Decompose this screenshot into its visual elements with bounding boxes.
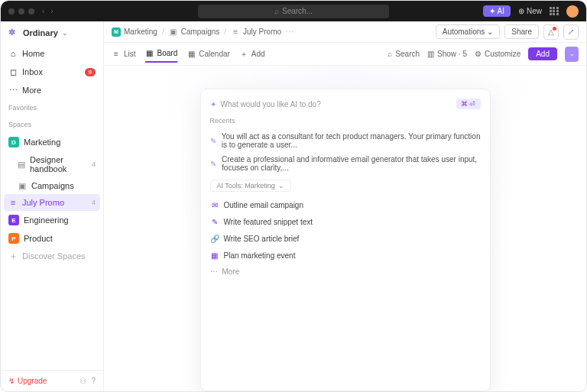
plus-icon: ＋: [8, 251, 18, 261]
gear-icon: ⚙: [475, 50, 482, 58]
chevron-down-icon: ⌄: [487, 28, 493, 36]
add-button[interactable]: Add: [528, 47, 557, 60]
action-show[interactable]: ▥Show · 5: [427, 47, 467, 61]
search-icon: ⌕: [388, 50, 392, 58]
board-icon: ▦: [145, 49, 154, 58]
pencil-icon: ✎: [210, 217, 219, 226]
favorites-label: Favorites: [1, 99, 103, 116]
folder-icon: ▣: [18, 181, 27, 190]
expand-button[interactable]: ⤢: [563, 24, 579, 40]
view-list[interactable]: ≡List: [112, 47, 136, 62]
more-icon: ⋯: [210, 267, 218, 276]
user-icon[interactable]: ⚇: [79, 377, 86, 385]
share-button[interactable]: Share: [504, 24, 539, 39]
list-icon: ≡: [112, 50, 121, 59]
breadcrumb-marketing[interactable]: MMarketing: [112, 28, 157, 37]
notification-button[interactable]: △: [543, 24, 559, 40]
chevron-down-icon: ⌄: [62, 29, 68, 37]
sparkle-icon: ✦: [489, 7, 495, 15]
inbox-badge: 9: [85, 68, 96, 76]
nav-home[interactable]: ⌂Home: [1, 44, 103, 63]
tool-snippet[interactable]: ✎Write featured snippet text: [210, 213, 481, 230]
more-icon[interactable]: ⋯: [286, 28, 294, 36]
more-tools[interactable]: ⋯More: [210, 264, 481, 280]
action-search[interactable]: ⌕Search: [388, 47, 420, 61]
window-controls[interactable]: [8, 8, 34, 15]
mail-icon: ✉: [210, 200, 219, 209]
cmd-badge: ⌘ ⏎: [456, 99, 481, 109]
view-board[interactable]: ▦Board: [145, 46, 178, 63]
space-engineering[interactable]: EEngineering: [1, 211, 103, 229]
help-icon[interactable]: ?: [91, 377, 96, 385]
space-product[interactable]: PProduct: [1, 229, 103, 248]
workspace-switcher[interactable]: ✲ Ordinary ⌄: [1, 21, 103, 44]
item-july-promo[interactable]: ≡July Promo4: [4, 194, 100, 211]
columns-icon: ▥: [427, 50, 434, 58]
recent-item[interactable]: ✎You will act as a consultant for tech p…: [210, 129, 481, 152]
home-icon: ⌂: [8, 49, 18, 58]
doc-icon: ▤: [18, 160, 25, 169]
space-marketing[interactable]: DMarketing: [1, 133, 103, 151]
recent-item[interactable]: ✎Create a professional and informative e…: [210, 152, 481, 175]
ai-panel: ✦ What would you like AI to do? ⌘ ⏎ Rece…: [200, 89, 491, 391]
automations-button[interactable]: Automations⌄: [436, 24, 501, 39]
nav-inbox[interactable]: ◻Inbox9: [1, 63, 103, 81]
bolt-icon: ↯: [8, 377, 15, 385]
upgrade-button[interactable]: ↯Upgrade: [8, 377, 47, 385]
search-icon: ⌕: [274, 7, 279, 15]
link-icon: 🔗: [210, 234, 219, 243]
recents-label: Recents: [210, 117, 481, 125]
workspace-icon: ✲: [8, 28, 19, 38]
sparkle-icon: ✦: [210, 100, 216, 109]
avatar[interactable]: [566, 5, 579, 18]
folder-icon: ▣: [169, 28, 178, 37]
more-icon: ⋯: [8, 86, 18, 95]
list-icon: ≡: [8, 198, 18, 207]
tool-outline-email[interactable]: ✉Outline email campaign: [210, 196, 481, 213]
global-search[interactable]: ⌕ Search...: [198, 5, 389, 18]
space-icon: P: [8, 233, 19, 244]
breadcrumb-campaigns[interactable]: ▣Campaigns: [169, 28, 220, 37]
view-add[interactable]: ＋Add: [239, 47, 265, 62]
space-icon: E: [8, 215, 19, 225]
spaces-label: Spaces: [1, 116, 103, 133]
calendar-icon: ▦: [186, 50, 196, 59]
breadcrumb-july-promo[interactable]: ≡July Promo: [231, 28, 281, 37]
add-dropdown[interactable]: ⌄: [565, 47, 579, 62]
pencil-icon: ✎: [210, 159, 218, 168]
item-designer-handbook[interactable]: ▤Designer handbook4: [1, 151, 103, 177]
space-icon: D: [8, 137, 19, 147]
ai-button[interactable]: ✦AI: [483, 5, 511, 17]
tool-seo[interactable]: 🔗Write SEO article brief: [210, 230, 481, 247]
item-campaigns[interactable]: ▣Campaigns: [1, 177, 103, 194]
ai-prompt-input[interactable]: What would you like AI to do?: [221, 100, 321, 109]
nav-more[interactable]: ⋯More: [1, 81, 103, 99]
action-customize[interactable]: ⚙Customize: [475, 47, 521, 61]
calendar-icon: ▦: [210, 251, 219, 260]
list-icon: ≡: [231, 28, 240, 37]
pencil-icon: ✎: [210, 136, 217, 145]
view-calendar[interactable]: ▦Calendar: [186, 47, 230, 62]
ai-tools-chip[interactable]: AI Tools: Marketing⌄: [210, 180, 291, 192]
inbox-icon: ◻: [8, 67, 18, 76]
plus-icon: ＋: [239, 50, 248, 59]
tool-plan-event[interactable]: ▦Plan marketing event: [210, 247, 481, 264]
apps-icon[interactable]: [550, 7, 559, 16]
workspace-name: Ordinary: [23, 28, 58, 37]
chevron-down-icon: ⌄: [278, 182, 284, 190]
new-button[interactable]: ⊕New: [518, 7, 542, 15]
plus-icon: ⊕: [518, 7, 524, 15]
discover-spaces[interactable]: ＋Discover Spaces: [1, 248, 103, 264]
nav-arrows[interactable]: ‹›: [42, 7, 54, 15]
search-placeholder: Search...: [282, 7, 313, 15]
space-badge-icon: M: [112, 28, 121, 37]
